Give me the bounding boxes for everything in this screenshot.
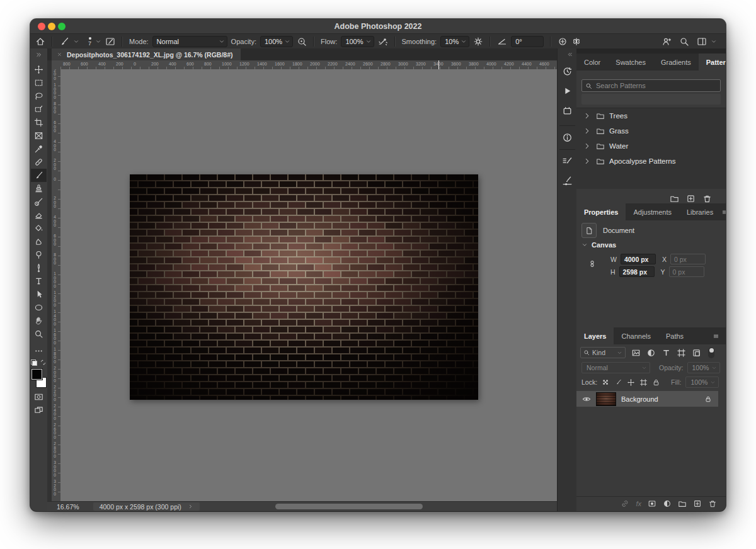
search-patterns-input[interactable] xyxy=(595,81,717,90)
layer-thumbnail[interactable] xyxy=(596,392,616,406)
lock-artboard-icon[interactable] xyxy=(639,378,648,387)
info-panel-icon[interactable] xyxy=(562,132,573,143)
new-pattern-icon[interactable] xyxy=(686,194,696,203)
actions-panel-icon[interactable] xyxy=(562,86,573,96)
paint-symmetry-icon[interactable] xyxy=(571,37,581,47)
zoom-tool[interactable] xyxy=(31,327,47,341)
brushes-panel-icon[interactable] xyxy=(562,176,573,186)
home-icon[interactable] xyxy=(35,37,45,47)
brush-picker-chevron-icon[interactable] xyxy=(95,38,101,45)
crop-tool[interactable] xyxy=(31,116,47,129)
type-tool[interactable] xyxy=(31,274,47,288)
layer-filtering-toggle[interactable] xyxy=(708,348,714,358)
pen-tool[interactable] xyxy=(31,261,47,274)
pressure-size-icon[interactable] xyxy=(558,37,568,47)
tab-properties[interactable]: Properties xyxy=(576,203,626,220)
panel-menu-icon[interactable] xyxy=(712,333,720,339)
x-input[interactable]: 0 px xyxy=(670,254,706,264)
move-tool[interactable] xyxy=(31,63,47,76)
quick-mask-button[interactable] xyxy=(31,390,47,404)
lock-move-icon[interactable] xyxy=(627,378,635,387)
eyedropper-tool[interactable] xyxy=(31,142,47,156)
pattern-group-water[interactable]: Water xyxy=(576,139,726,154)
brush-tool-icon[interactable] xyxy=(59,37,69,47)
expand-toolbar-icon[interactable] xyxy=(35,52,43,58)
foreground-color-swatch[interactable] xyxy=(32,369,42,380)
airbrush-icon[interactable] xyxy=(378,37,388,47)
filter-image-icon[interactable] xyxy=(631,348,641,358)
pattern-search-field[interactable] xyxy=(581,79,721,92)
zoom-percentage[interactable]: 16.67% xyxy=(57,503,79,511)
swap-colors-icon[interactable] xyxy=(40,359,47,366)
smoothing-select[interactable]: 10% xyxy=(440,36,469,47)
collapse-panels-icon[interactable] xyxy=(566,52,574,57)
history-brush-tool[interactable] xyxy=(31,195,47,208)
y-input[interactable]: 0 px xyxy=(669,266,704,277)
canvas-viewport[interactable] xyxy=(60,69,557,502)
dodge-tool[interactable] xyxy=(31,248,47,261)
marquee-tool[interactable] xyxy=(31,76,47,89)
pattern-group-grass[interactable]: Grass xyxy=(576,123,726,139)
flow-select[interactable]: 100% xyxy=(341,36,374,47)
path-selection-tool[interactable] xyxy=(31,288,47,301)
hand-tool[interactable] xyxy=(31,314,47,327)
add-layer-mask-icon[interactable] xyxy=(648,499,656,508)
canvas-section-header[interactable]: Canvas xyxy=(581,241,616,249)
canvas-image-brick-wall[interactable] xyxy=(130,174,478,400)
link-layers-icon[interactable] xyxy=(621,499,629,508)
eraser-tool[interactable] xyxy=(31,208,47,222)
frame-tool[interactable] xyxy=(31,129,47,142)
height-input[interactable]: 2598 px xyxy=(619,266,655,277)
lasso-tool[interactable] xyxy=(31,89,47,103)
filter-smart-object-icon[interactable] xyxy=(692,348,701,358)
screen-mode-button[interactable] xyxy=(31,404,47,417)
layer-opacity-select[interactable]: 100% xyxy=(687,362,721,373)
layer-name[interactable]: Background xyxy=(621,395,658,403)
brush-tool[interactable] xyxy=(31,169,47,182)
zoom-window-button[interactable] xyxy=(58,23,66,30)
smoothing-gear-icon[interactable] xyxy=(473,37,483,47)
shape-ellipse-tool[interactable] xyxy=(31,301,47,314)
pattern-group-apocalypse-patterns[interactable]: Apocalypse Patterns xyxy=(576,154,726,169)
horizontal-scrollbar-thumb[interactable] xyxy=(275,504,423,509)
tab-swatches[interactable]: Swatches xyxy=(608,54,653,71)
smudge-tool[interactable] xyxy=(31,235,47,248)
layer-filter-kind-select[interactable]: Kind xyxy=(580,347,626,358)
edit-toolbar-button[interactable] xyxy=(31,344,47,358)
new-adjustment-layer-icon[interactable] xyxy=(663,499,672,508)
history-panel-icon[interactable] xyxy=(562,66,573,77)
clone-stamp-tool[interactable] xyxy=(31,182,47,195)
brush-angle-input[interactable]: 0° xyxy=(511,36,544,47)
layer-visibility-eye-icon[interactable] xyxy=(582,395,591,404)
close-tab-icon[interactable] xyxy=(57,52,62,57)
object-selection-tool[interactable] xyxy=(31,103,47,116)
tab-color[interactable]: Color xyxy=(576,54,608,71)
filter-artboard-icon[interactable] xyxy=(677,348,686,358)
close-window-button[interactable] xyxy=(38,23,45,30)
tab-adjustments[interactable]: Adjustments xyxy=(626,203,679,220)
workspace-chevron-icon[interactable] xyxy=(711,38,717,45)
paint-bucket-tool[interactable] xyxy=(31,222,47,235)
tab-gradients[interactable]: Gradients xyxy=(653,54,699,71)
share-user-icon[interactable] xyxy=(662,37,672,47)
tab-layers[interactable]: Layers xyxy=(576,327,614,344)
brush-settings-toggle-icon[interactable] xyxy=(105,37,115,47)
layer-effects-icon[interactable]: fx xyxy=(636,499,641,508)
layer-row-background[interactable]: Background xyxy=(576,391,718,407)
tab-patterns[interactable]: Patterns xyxy=(699,54,726,71)
lock-paint-icon[interactable] xyxy=(614,378,622,387)
delete-layer-icon[interactable] xyxy=(708,499,717,508)
document-tab[interactable]: Depositphotos_306174192_XL.jpg @ 16.7% (… xyxy=(52,48,241,60)
minimize-window-button[interactable] xyxy=(48,23,55,30)
brush-preset-picker[interactable]: 7 xyxy=(88,37,91,46)
tab-channels[interactable]: Channels xyxy=(614,327,658,344)
pressure-opacity-icon[interactable] xyxy=(297,37,307,47)
lock-all-icon[interactable] xyxy=(652,378,660,387)
tool-preset-chevron-icon[interactable] xyxy=(73,38,79,45)
healing-brush-tool[interactable] xyxy=(31,156,47,169)
tab-paths[interactable]: Paths xyxy=(658,327,691,344)
filter-adjustment-icon[interactable] xyxy=(646,348,656,358)
tab-libraries[interactable]: Libraries xyxy=(679,203,721,220)
filter-type-icon[interactable] xyxy=(662,348,671,358)
width-input[interactable]: 4000 px xyxy=(621,254,656,264)
